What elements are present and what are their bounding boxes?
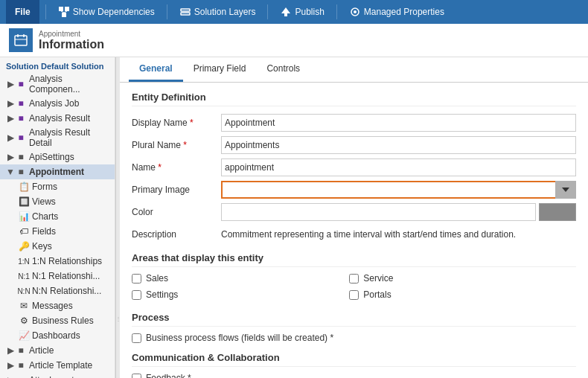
sidebar-label: Messages <box>32 301 73 311</box>
business-process-label: Business process flows (fields will be c… <box>146 333 333 343</box>
toolbar-separator <box>45 4 46 19</box>
entity-icon: ■ <box>15 132 27 144</box>
sidebar-label: Views <box>32 196 56 207</box>
dash-icon: 📈 <box>18 330 30 342</box>
settings-label: Settings <box>146 289 178 300</box>
sidebar-label: Appointment <box>29 167 84 177</box>
sidebar-item-nn-rel[interactable]: N:N N:N Relationshi... <box>0 284 115 298</box>
areas-col-2: Service Portals <box>349 273 393 303</box>
sidebar-item-keys[interactable]: 🔑 Keys <box>0 239 115 254</box>
page-breadcrumb: Appointment <box>39 30 104 38</box>
svg-line-3 <box>61 11 64 13</box>
sidebar-item-messages[interactable]: ✉ Messages <box>0 298 115 313</box>
business-process-checkbox[interactable] <box>132 333 141 343</box>
service-checkbox[interactable] <box>349 274 359 284</box>
tab-general[interactable]: General <box>129 57 183 82</box>
color-swatch[interactable] <box>539 203 576 221</box>
sidebar-section-label: Solution Default Solution <box>0 57 115 72</box>
color-input[interactable] <box>221 203 536 221</box>
sidebar-label: Attachment <box>29 375 74 378</box>
publish-button[interactable]: Publish <box>274 3 330 21</box>
sidebar-item-charts[interactable]: 📊 Charts <box>0 209 115 224</box>
sidebar-item-article-template[interactable]: ▶ ■ Article Template <box>0 358 115 373</box>
tab-primary-field[interactable]: Primary Field <box>183 57 257 82</box>
portals-checkbox[interactable] <box>349 290 359 300</box>
checkbox-sales: Sales <box>132 273 178 284</box>
page-header: Appointment Information <box>0 24 588 57</box>
svg-rect-1 <box>65 7 69 11</box>
keys-icon: 🔑 <box>18 240 30 252</box>
sidebar-item-n1-rel[interactable]: N:1 N:1 Relationshi... <box>0 269 115 284</box>
svg-rect-10 <box>15 36 27 45</box>
svg-line-4 <box>64 11 67 13</box>
sidebar-label: Analysis Componen... <box>29 74 112 94</box>
expand-arrow: ▶ <box>6 153 15 161</box>
page-header-text: Appointment Information <box>39 30 104 51</box>
sidebar-item-analysis-result[interactable]: ▶ ■ Analysis Result <box>0 111 115 126</box>
display-name-input[interactable] <box>221 114 576 132</box>
sidebar-item-api-settings[interactable]: ▶ ■ ApiSettings <box>0 150 115 164</box>
rules-icon: ⚙ <box>18 315 30 327</box>
toolbar: File Show Dependencies Solution Layers P… <box>0 0 588 24</box>
sales-checkbox[interactable] <box>132 274 141 284</box>
sidebar-item-analysis-result-detail[interactable]: ▶ ■ Analysis Result Detail <box>0 126 115 150</box>
primary-image-row: Primary Image <box>132 181 576 199</box>
name-input[interactable] <box>221 158 576 176</box>
layers-icon <box>179 6 191 18</box>
sidebar-item-appointment[interactable]: ▼ ■ Appointment <box>0 164 115 179</box>
sidebar-item-article[interactable]: ▶ ■ Article <box>0 343 115 358</box>
feedback-checkbox[interactable] <box>132 374 141 379</box>
svg-rect-0 <box>59 7 63 11</box>
body-area: Solution Default Solution ▶ ■ Analysis C… <box>0 57 588 378</box>
description-value: Commitment representing a time interval … <box>221 229 576 240</box>
managed-properties-icon <box>349 6 361 18</box>
show-dependencies-button[interactable]: Show Dependencies <box>52 3 161 21</box>
expand-arrow: ▶ <box>6 133 15 142</box>
checkbox-portals: Portals <box>349 289 393 300</box>
sidebar-label: Article Template <box>29 360 92 371</box>
portals-label: Portals <box>363 289 391 300</box>
display-name-row: Display Name * <box>132 114 576 132</box>
color-row: Color <box>132 203 576 221</box>
areas-title: Areas that display this entity <box>132 252 576 267</box>
sidebar-item-1n-rel[interactable]: 1:N 1:N Relationships <box>0 254 115 269</box>
entity-icon: ■ <box>15 374 27 378</box>
sidebar-item-dashboards[interactable]: 📈 Dashboards <box>0 328 115 343</box>
color-label: Color <box>132 207 221 217</box>
plural-name-input[interactable] <box>221 136 576 154</box>
name-label: Name * <box>132 162 221 173</box>
file-button[interactable]: File <box>6 0 39 24</box>
sidebar-label: ApiSettings <box>29 152 74 162</box>
toolbar-separator4 <box>336 4 337 19</box>
sidebar-label: Analysis Result Detail <box>29 127 112 148</box>
description-label: Description <box>132 229 221 240</box>
rel-icon: N:1 <box>18 270 30 282</box>
plural-name-row: Plural Name * <box>132 136 576 154</box>
entity-icon: ■ <box>15 97 27 109</box>
sidebar-item-views[interactable]: 🔲 Views <box>0 194 115 209</box>
managed-properties-label: Managed Properties <box>364 7 444 17</box>
svg-rect-6 <box>181 13 190 15</box>
solution-layers-label: Solution Layers <box>194 7 256 17</box>
areas-col-1: Sales Settings <box>132 273 178 303</box>
tab-controls[interactable]: Controls <box>256 57 310 82</box>
sidebar-item-analysis-job[interactable]: ▶ ■ Analysis Job <box>0 96 115 111</box>
sidebar-label: Keys <box>32 241 52 252</box>
sidebar-item-forms[interactable]: 📋 Forms <box>0 179 115 194</box>
solution-layers-button[interactable]: Solution Layers <box>173 3 262 21</box>
appointment-icon <box>13 33 28 48</box>
checkbox-service: Service <box>349 273 393 284</box>
managed-properties-button[interactable]: Managed Properties <box>343 3 450 21</box>
rel-icon: 1:N <box>18 255 30 267</box>
expand-arrow: ▼ <box>6 167 15 176</box>
primary-image-select[interactable] <box>221 181 576 199</box>
sidebar-label: Fields <box>32 226 56 237</box>
sidebar-item-attachment[interactable]: ▶ ■ Attachment <box>0 373 115 378</box>
expand-arrow: ▶ <box>6 114 15 123</box>
sidebar-item-fields[interactable]: 🏷 Fields <box>0 224 115 239</box>
expand-arrow: ▶ <box>6 361 15 370</box>
sidebar-item-analysis-component[interactable]: ▶ ■ Analysis Componen... <box>0 72 115 96</box>
form-area: General Primary Field Controls Entity De… <box>120 57 588 378</box>
sidebar-item-business-rules[interactable]: ⚙ Business Rules <box>0 313 115 328</box>
settings-checkbox[interactable] <box>132 290 141 300</box>
